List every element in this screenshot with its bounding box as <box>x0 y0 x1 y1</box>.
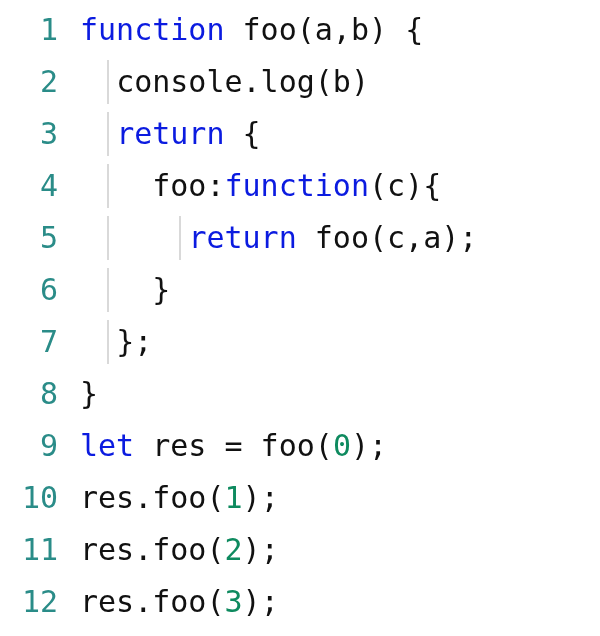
line-number: 1 <box>0 4 80 56</box>
token-plain: ) <box>243 584 261 619</box>
token-punc: }; <box>116 324 152 359</box>
code-editor: 1function foo(a,b) {2 console.log(b)3 re… <box>0 0 600 628</box>
token-plain: ) <box>243 480 261 515</box>
token-punc: ; <box>261 480 279 515</box>
indent <box>80 220 188 255</box>
token-kw: function <box>80 12 225 47</box>
line-number: 7 <box>0 316 80 368</box>
indent-guide <box>107 112 109 156</box>
token-kw: return <box>188 220 296 255</box>
line-number: 4 <box>0 160 80 212</box>
indent <box>80 168 152 203</box>
token-punc: ; <box>261 532 279 567</box>
token-plain <box>225 116 243 151</box>
code-content: let res = foo(0); <box>80 420 600 472</box>
indent <box>80 64 116 99</box>
code-line: 7 }; <box>0 316 600 368</box>
token-punc: { <box>243 116 261 151</box>
line-number: 3 <box>0 108 80 160</box>
code-content: res.foo(3); <box>80 576 600 628</box>
indent-guide <box>107 268 109 312</box>
indent-guide <box>179 216 181 260</box>
line-number: 9 <box>0 420 80 472</box>
line-number: 2 <box>0 56 80 108</box>
token-plain: res.foo( <box>80 584 225 619</box>
token-kw: function <box>225 168 370 203</box>
line-number: 10 <box>0 472 80 524</box>
code-line: 8} <box>0 368 600 420</box>
code-content: function foo(a,b) { <box>80 4 600 56</box>
indent <box>80 324 116 359</box>
indent-guide <box>107 320 109 364</box>
code-content: res.foo(1); <box>80 472 600 524</box>
code-line: 6 } <box>0 264 600 316</box>
token-num: 3 <box>225 584 243 619</box>
line-number: 11 <box>0 524 80 576</box>
token-num: 0 <box>333 428 351 463</box>
indent <box>80 272 152 307</box>
code-line: 9let res = foo(0); <box>0 420 600 472</box>
token-punc: ; <box>369 428 387 463</box>
token-punc: ; <box>261 584 279 619</box>
code-line: 11res.foo(2); <box>0 524 600 576</box>
code-content: }; <box>80 316 600 368</box>
code-content: } <box>80 368 600 420</box>
token-plain: foo(c,a) <box>297 220 460 255</box>
code-line: 2 console.log(b) <box>0 56 600 108</box>
token-plain: (c) <box>369 168 423 203</box>
token-plain: foo: <box>152 168 224 203</box>
indent-guide <box>107 216 109 260</box>
code-content: foo:function(c){ <box>80 160 600 212</box>
line-number: 12 <box>0 576 80 628</box>
code-content: res.foo(2); <box>80 524 600 576</box>
code-line: 12res.foo(3); <box>0 576 600 628</box>
token-punc: } <box>80 376 98 411</box>
line-number: 8 <box>0 368 80 420</box>
token-kw: let <box>80 428 134 463</box>
token-plain: ) <box>351 428 369 463</box>
token-punc: ; <box>459 220 477 255</box>
code-line: 4 foo:function(c){ <box>0 160 600 212</box>
code-line: 1function foo(a,b) { <box>0 4 600 56</box>
line-number: 6 <box>0 264 80 316</box>
code-content: return foo(c,a); <box>80 212 600 264</box>
indent-guide <box>107 60 109 104</box>
token-plain: console.log(b) <box>116 64 369 99</box>
token-punc: } <box>152 272 170 307</box>
code-line: 5 return foo(c,a); <box>0 212 600 264</box>
token-num: 2 <box>225 532 243 567</box>
token-plain: ) <box>243 532 261 567</box>
token-kw: return <box>116 116 224 151</box>
indent <box>80 116 116 151</box>
token-punc: { <box>423 168 441 203</box>
token-plain: res.foo( <box>80 532 225 567</box>
code-content: console.log(b) <box>80 56 600 108</box>
token-num: 1 <box>225 480 243 515</box>
token-punc: { <box>405 12 423 47</box>
code-line: 10res.foo(1); <box>0 472 600 524</box>
code-line: 3 return { <box>0 108 600 160</box>
line-number: 5 <box>0 212 80 264</box>
token-plain: foo(a,b) <box>225 12 406 47</box>
token-plain: res.foo( <box>80 480 225 515</box>
code-content: } <box>80 264 600 316</box>
code-content: return { <box>80 108 600 160</box>
token-plain: res = foo( <box>134 428 333 463</box>
indent-guide <box>107 164 109 208</box>
